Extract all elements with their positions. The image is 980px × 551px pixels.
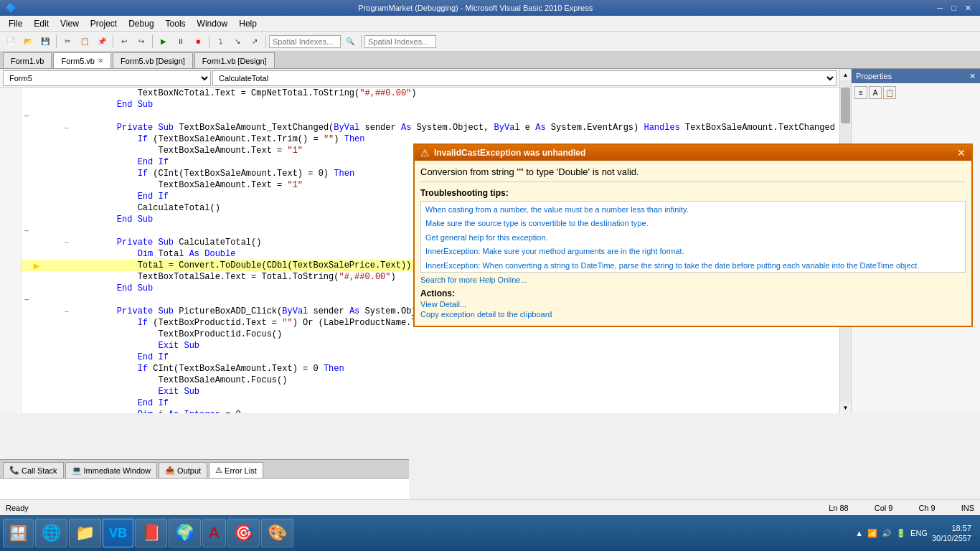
start-button[interactable]: 🪟 (3, 519, 34, 547)
sep-1 (56, 35, 57, 48)
props-categorized-btn[interactable]: ≡ (854, 86, 867, 99)
line-number (0, 283, 22, 294)
line-number (0, 202, 22, 214)
tip-item-3[interactable]: Get general help for this exception. (423, 231, 963, 245)
call-stack-label: Call Stack (22, 466, 57, 475)
menu-bar: File Edit View Project Debug Tools Windo… (0, 16, 980, 32)
search-btn[interactable]: 🔍 (342, 34, 358, 50)
window-controls: ─ □ ✕ (935, 4, 974, 13)
tip-item-2[interactable]: Make sure the source type is convertible… (423, 217, 963, 230)
line-number (0, 294, 22, 306)
maximize-button[interactable]: □ (948, 4, 959, 13)
line-number (0, 352, 22, 363)
output-label: Output (177, 466, 201, 475)
view-detail-link[interactable]: View Detail... (420, 300, 966, 309)
menu-debug[interactable]: Debug (123, 17, 159, 30)
line-number (0, 409, 22, 413)
expand-icon: ─ (22, 231, 32, 255)
form-selector[interactable]: Form5 (3, 70, 211, 86)
actions-header: Actions: (420, 288, 966, 298)
tab-form5-vb[interactable]: Form5.vb ✕ (53, 52, 110, 68)
line-number (0, 260, 22, 271)
menu-help[interactable]: Help (233, 17, 263, 30)
code-line: End Sub (0, 99, 839, 110)
tab-label: Form5.vb (61, 57, 94, 65)
properties-close-btn[interactable]: ✕ (969, 72, 976, 81)
tab-close-icon[interactable]: ✕ (98, 57, 103, 65)
save-btn[interactable]: 💾 (37, 34, 53, 50)
tab-form5-design[interactable]: Form5.vb [Design] (113, 52, 193, 68)
ch-text: Ch 9 (918, 504, 935, 512)
props-property-pages-btn[interactable]: 📋 (883, 86, 896, 99)
title-bar: 🔷 ProgramMarket (Debugging) - Microsoft … (0, 0, 980, 16)
vb-app[interactable]: VB (103, 519, 133, 547)
stop-btn[interactable]: ■ (190, 34, 206, 50)
close-button[interactable]: ✕ (962, 4, 974, 13)
run-btn[interactable]: ▶ (156, 34, 171, 50)
method-selector[interactable]: CalculateTotal (212, 70, 837, 86)
search-input[interactable] (269, 35, 341, 48)
properties-header: Properties ✕ (852, 69, 980, 83)
step-out-btn[interactable]: ↗ (247, 34, 263, 50)
exception-close-btn[interactable]: ✕ (957, 147, 966, 159)
line-number (0, 225, 22, 237)
immediate-window-tab[interactable]: 💻 Immediate Window (65, 462, 158, 478)
col-text: Col 9 (875, 504, 893, 512)
chrome-app[interactable]: 🌍 (169, 519, 201, 547)
status-bar: Ready Ln 88 Col 9 Ch 9 INS (0, 499, 980, 515)
menu-edit[interactable]: Edit (28, 17, 55, 30)
scrollbar-thumb[interactable] (841, 88, 850, 123)
code-text: Dim lvi As ListViewItem (42, 411, 256, 413)
menu-window[interactable]: Window (192, 17, 234, 30)
menu-tools[interactable]: Tools (160, 17, 192, 30)
time-display: 18:57 (932, 523, 971, 533)
line-number (0, 363, 22, 375)
file-explorer[interactable]: 📁 (69, 519, 101, 547)
taskbar: 🪟 🌐 📁 VB 📕 🌍 A 🎯 🎨 ▲ 📶 🔊 🔋 ENG 18:57 30/… (0, 515, 980, 551)
props-alphabetical-btn[interactable]: A (869, 86, 882, 99)
tip-item-4[interactable]: InnerException: Make sure your method ar… (423, 245, 963, 258)
spatial-search-2[interactable] (364, 35, 436, 48)
output-tab[interactable]: 📤 Output (159, 462, 207, 478)
tray-expand-btn[interactable]: ▲ (855, 529, 863, 537)
access-app[interactable]: A (202, 519, 226, 547)
pause-btn[interactable]: ⏸ (173, 34, 189, 50)
step-into-btn[interactable]: ↘ (230, 34, 245, 50)
search-online-link[interactable]: Search for more Help Online... (420, 276, 966, 284)
tip-item-1[interactable]: When casting from a number, the value mu… (423, 203, 963, 217)
new-project-btn[interactable]: 📄 (3, 34, 19, 50)
tab-form1-vb[interactable]: Form1.vb (3, 52, 52, 68)
open-btn[interactable]: 📂 (20, 34, 36, 50)
menu-project[interactable]: Project (85, 17, 123, 30)
tip-list[interactable]: When casting from a number, the value mu… (420, 201, 966, 273)
redo-btn[interactable]: ↪ (133, 34, 149, 50)
menu-file[interactable]: File (3, 17, 28, 30)
paste-btn[interactable]: 📌 (94, 34, 110, 50)
copy-exception-link[interactable]: Copy exception detail to the clipboard (420, 310, 966, 319)
ie-app[interactable]: 🌐 (35, 519, 67, 547)
exception-popup: ⚠ InvalidCastException was unhandled ✕ C… (413, 143, 973, 327)
system-time: 18:57 30/10/2557 (932, 523, 971, 544)
line-number (0, 110, 22, 122)
call-stack-tab[interactable]: 📞 Call Stack (3, 462, 64, 478)
menu-view[interactable]: View (55, 17, 85, 30)
paint-app[interactable]: 🎨 (261, 519, 293, 547)
game-app[interactable]: 🎯 (227, 519, 260, 547)
copy-btn[interactable]: 📋 (77, 34, 93, 50)
scroll-up-btn[interactable]: ▲ (840, 69, 851, 80)
undo-btn[interactable]: ↩ (116, 34, 132, 50)
line-number (0, 271, 22, 283)
scroll-down-btn[interactable]: ▼ (840, 402, 851, 413)
pdf-app[interactable]: 📕 (135, 519, 167, 547)
step-over-btn[interactable]: ⤵ (212, 34, 228, 50)
error-list-tab[interactable]: ⚠ Error List (209, 462, 263, 478)
line-number (0, 317, 22, 329)
tab-form1-design[interactable]: Form1.vb [Design] (194, 52, 275, 68)
tab-label: Form5.vb [Design] (121, 57, 185, 65)
warning-icon: ⚠ (420, 147, 430, 159)
minimize-button[interactable]: ─ (935, 4, 946, 13)
tip-item-5[interactable]: InnerException: When converting a string… (423, 259, 963, 273)
window-title: ProgramMarket (Debugging) - Microsoft Vi… (17, 4, 935, 12)
cut-btn[interactable]: ✂ (60, 34, 75, 50)
line-number (0, 156, 22, 168)
